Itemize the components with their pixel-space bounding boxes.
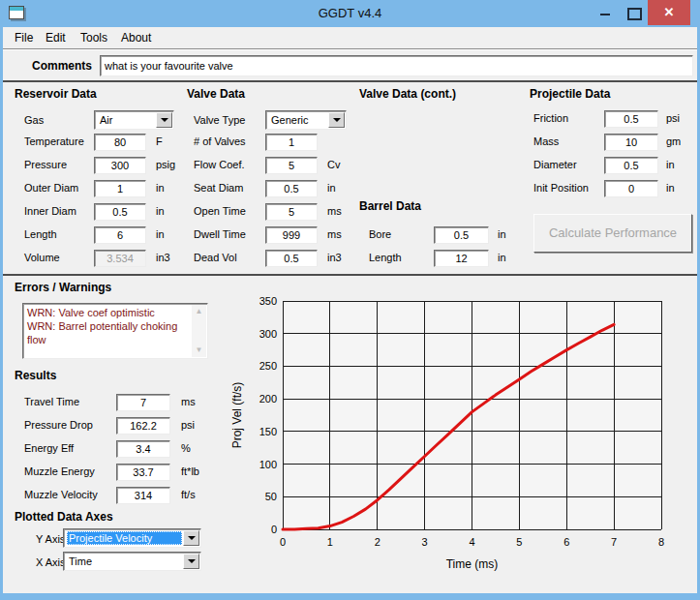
pressure-drop-label: Pressure Drop — [24, 419, 93, 431]
seat-diam-field[interactable]: 0.5 — [265, 180, 318, 197]
mass-unit: gm — [666, 135, 681, 147]
menu-bar: File Edit Tools About — [3, 27, 697, 49]
valve-type-label: Valve Type — [194, 114, 245, 126]
menu-item-edit[interactable]: Edit — [46, 31, 66, 45]
svg-text:0: 0 — [271, 524, 277, 535]
chevron-down-icon[interactable] — [183, 554, 199, 569]
chevron-down-icon[interactable] — [328, 112, 345, 128]
pressure-field[interactable]: 300 — [94, 157, 146, 174]
svg-text:250: 250 — [259, 360, 277, 372]
temperature-unit: F — [156, 135, 163, 147]
bore-unit: in — [498, 228, 506, 240]
errors-warnings-box[interactable]: WRN: Valve coef optimisticWRN: Barrel po… — [22, 303, 208, 359]
menu-item-file[interactable]: File — [15, 31, 33, 45]
init-position-field[interactable]: 0 — [604, 180, 658, 197]
svg-text:100: 100 — [259, 459, 277, 470]
friction-label: Friction — [533, 112, 568, 124]
pressure-drop-field: 162.2 — [116, 417, 170, 435]
menu-item-about[interactable]: About — [121, 31, 151, 45]
muzzle-velocity-label: Muzzle Velocity — [24, 489, 98, 500]
flow-coef-unit: Cv — [327, 159, 340, 170]
valve-data-cont-header: Valve Data (cont.) — [359, 87, 456, 101]
bore-field[interactable]: 0.5 — [434, 226, 489, 244]
dwell-time-unit: ms — [327, 228, 342, 240]
svg-text:6: 6 — [563, 536, 569, 548]
minimize-button[interactable] — [592, 0, 620, 25]
barrel-length-unit: in — [498, 252, 506, 263]
title-bar[interactable]: GGDT v4.4 ✕ — [0, 0, 700, 27]
y-axis-dropdown[interactable]: Projectile Velocity — [63, 528, 201, 548]
mass-label: Mass — [533, 135, 559, 147]
valve-type-dropdown[interactable]: Generic — [265, 110, 347, 130]
travel-time-unit: ms — [181, 396, 196, 407]
flow-coef-label: Flow Coef. — [194, 159, 245, 170]
x-axis-dropdown[interactable]: Time — [63, 552, 201, 571]
svg-text:200: 200 — [259, 393, 277, 405]
scrollbar[interactable]: ▲ ▼ — [192, 305, 206, 357]
scroll-up-icon[interactable]: ▲ — [192, 305, 206, 318]
diameter-field[interactable]: 0.5 — [604, 157, 658, 174]
volume-label: Volume — [24, 252, 60, 263]
temperature-field[interactable]: 80 — [94, 134, 146, 151]
y-axis-label: Y Axis — [36, 533, 65, 545]
num-valves-label: # of Valves — [194, 135, 246, 147]
outer-diam-label: Outer Diam — [24, 182, 78, 194]
app-window: GGDT v4.4 ✕ File Edit Tools About Commen… — [0, 0, 700, 600]
length-unit: in — [156, 228, 165, 240]
volume-field: 3.534 — [94, 250, 146, 267]
plotted-data-axes-header: Plotted Data Axes — [15, 510, 113, 524]
svg-text:300: 300 — [259, 328, 277, 340]
muzzle-energy-unit: ft*lb — [181, 465, 199, 477]
svg-text:4: 4 — [469, 536, 474, 548]
calculate-performance-button[interactable]: Calculate Performance — [533, 214, 692, 253]
open-time-label: Open Time — [194, 205, 246, 217]
reservoir-data-header: Reservoir Data — [15, 87, 97, 101]
velocity-chart: 012345678050100150200250300350Time (ms)P… — [226, 281, 700, 592]
open-time-field[interactable]: 5 — [265, 203, 318, 221]
inner-diam-label: Inner Diam — [24, 205, 76, 217]
outer-diam-unit: in — [156, 182, 165, 194]
muzzle-velocity-unit: ft/s — [181, 489, 196, 500]
chevron-down-icon[interactable] — [156, 112, 172, 128]
dwell-time-label: Dwell Time — [194, 228, 246, 240]
dwell-time-field[interactable]: 999 — [265, 226, 318, 244]
friction-field[interactable]: 0.5 — [604, 110, 658, 128]
warning-messages: WRN: Valve coef optimisticWRN: Barrel po… — [27, 306, 190, 346]
barrel-length-label: Length — [369, 252, 402, 263]
svg-text:350: 350 — [259, 295, 277, 307]
open-time-unit: ms — [327, 205, 342, 217]
seat-diam-unit: in — [327, 182, 336, 194]
muzzle-energy-field: 33.7 — [116, 464, 170, 481]
length-field[interactable]: 6 — [94, 226, 146, 244]
gas-dropdown[interactable]: Air — [94, 110, 174, 130]
close-button[interactable]: ✕ — [648, 0, 690, 25]
outer-diam-field[interactable]: 1 — [94, 180, 146, 197]
bore-label: Bore — [369, 228, 391, 240]
energy-eff-label: Energy Eff — [24, 442, 74, 454]
menu-item-tools[interactable]: Tools — [80, 31, 107, 45]
maximize-button[interactable] — [620, 0, 648, 25]
diameter-unit: in — [666, 159, 675, 170]
projectile-data-header: Projectile Data — [530, 87, 610, 101]
gas-label: Gas — [24, 114, 44, 126]
pressure-label: Pressure — [24, 159, 67, 170]
inner-diam-field[interactable]: 0.5 — [94, 203, 146, 221]
inner-diam-unit: in — [156, 205, 165, 217]
results-header: Results — [15, 369, 56, 382]
mass-field[interactable]: 10 — [604, 134, 658, 151]
svg-text:3: 3 — [422, 536, 428, 548]
comments-input[interactable]: what is your favourite valve — [100, 55, 693, 76]
dead-vol-field[interactable]: 0.5 — [265, 250, 318, 267]
scroll-down-icon[interactable]: ▼ — [192, 344, 206, 357]
energy-eff-unit: % — [181, 442, 191, 454]
barrel-length-field[interactable]: 12 — [434, 250, 489, 267]
svg-text:5: 5 — [516, 536, 522, 548]
temperature-label: Temperature — [24, 135, 84, 147]
svg-text:2: 2 — [375, 536, 380, 548]
dead-vol-unit: in3 — [327, 252, 342, 263]
num-valves-field[interactable]: 1 — [265, 134, 318, 151]
chevron-down-icon[interactable] — [183, 530, 199, 546]
svg-text:Proj Vel (ft/s): Proj Vel (ft/s) — [230, 382, 244, 449]
flow-coef-field[interactable]: 5 — [265, 157, 318, 174]
svg-text:1: 1 — [327, 536, 333, 548]
